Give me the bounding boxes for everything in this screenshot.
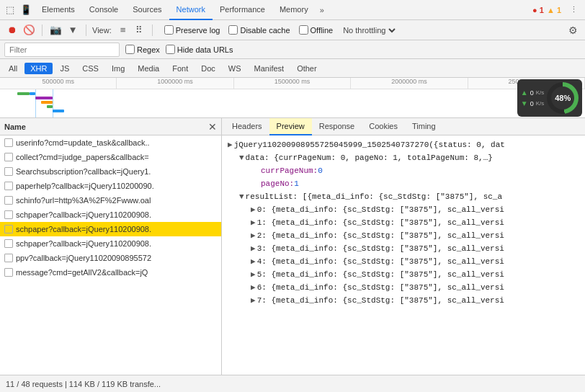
request-checkbox[interactable] (4, 138, 13, 147)
regex-checkbox[interactable] (125, 45, 135, 54)
filter-input[interactable] (4, 43, 120, 57)
json-expand-icon[interactable]: ▶ (251, 216, 256, 229)
tab-network[interactable]: Network (169, 0, 213, 20)
json-expand-icon[interactable]: ▶ (251, 242, 256, 255)
request-list-header: Name ✕ (0, 118, 221, 135)
list-view-button[interactable]: ≡ (116, 23, 130, 37)
request-checkbox[interactable] (4, 239, 13, 248)
right-tab-timing[interactable]: Timing (405, 118, 443, 135)
tab-performance[interactable]: Performance (213, 0, 272, 20)
more-options-button[interactable]: ⋮ (566, 5, 582, 14)
offline-checkbox-group[interactable]: Offline (299, 25, 334, 35)
request-checkbox[interactable] (4, 182, 13, 190)
request-checkbox[interactable] (4, 254, 13, 262)
separator-1 (42, 24, 43, 36)
json-line: ▶ 5: {meta_di_info: {sc_StdStg: ["3875"]… (228, 268, 579, 281)
settings-button[interactable]: ⚙ (566, 24, 581, 36)
request-checkbox[interactable] (4, 196, 13, 205)
request-item[interactable]: schinfo?url=http%3A%2F%2Fwww.oal (0, 193, 221, 208)
json-expand-icon[interactable]: ▶ (251, 255, 256, 268)
json-expand-icon[interactable]: ▶ (251, 294, 256, 307)
json-text: 4: {meta_di_info: {sc_StdStg: ["3875"], … (257, 255, 504, 268)
json-key: pageNo: (261, 177, 294, 190)
type-btn-doc[interactable]: Doc (195, 63, 221, 74)
request-item[interactable]: Searchsubscription?callback=jQuery1. (0, 164, 221, 179)
json-expand-icon[interactable]: ▶ (251, 229, 256, 242)
disable-cache-checkbox-group[interactable]: Disable cache (228, 25, 290, 35)
type-btn-xhr[interactable]: XHR (24, 63, 53, 74)
tab-memory[interactable]: Memory (272, 0, 316, 20)
network-gauge: ▲ 0 K/s ▼ 0 K/s 48% (517, 79, 582, 117)
regex-checkbox-group[interactable]: Regex (125, 45, 160, 54)
record-button[interactable]: ⏺ (4, 23, 19, 37)
type-btn-ws[interactable]: WS (223, 63, 247, 74)
type-btn-font[interactable]: Font (166, 63, 194, 74)
type-btn-all[interactable]: All (3, 63, 23, 74)
json-expand-icon[interactable]: ▶ (228, 138, 233, 151)
disable-cache-checkbox[interactable] (228, 25, 238, 35)
toolbar-end: ⚙ (566, 24, 581, 36)
json-key: currPageNum: (261, 164, 318, 177)
request-checkbox[interactable] (4, 167, 13, 176)
request-checkbox[interactable] (4, 153, 13, 161)
clear-button[interactable]: 🚫 (22, 23, 36, 37)
request-item[interactable]: message?cmd=getAllV2&callback=jQ (0, 265, 221, 280)
type-btn-js[interactable]: JS (54, 63, 75, 74)
request-item[interactable]: collect?cmd=judge_papers&callback= (0, 150, 221, 164)
right-tab-headers[interactable]: Headers (225, 118, 269, 135)
request-item[interactable]: userinfo?cmd=update_task&callback.. (0, 135, 221, 150)
type-btn-img[interactable]: Img (106, 63, 130, 74)
type-btn-other[interactable]: Other (291, 63, 323, 74)
json-line: ▼ data: {currPageNum: 0, pageNo: 1, tota… (228, 151, 579, 164)
json-expand-icon[interactable]: ▶ (251, 281, 256, 294)
right-tab-response[interactable]: Response (312, 118, 362, 135)
offline-label: Offline (311, 26, 334, 35)
preserve-log-checkbox-group[interactable]: Preserve log (164, 25, 220, 35)
request-item[interactable]: schpaper?callback=jQuery110200908. (0, 208, 221, 222)
request-item[interactable]: ppv?callback=jQuery11020090895572 (0, 251, 221, 265)
separator-2 (86, 24, 86, 36)
request-item[interactable]: schpaper?callback=jQuery110200908. (0, 236, 221, 251)
json-expand-icon[interactable]: ▼ (239, 151, 244, 164)
json-text: resultList: [{meta_di_info: {sc_StdStg: … (246, 190, 502, 203)
request-item[interactable]: paperhelp?callback=jQuery110200090. (0, 179, 221, 193)
tab-console[interactable]: Console (82, 0, 125, 20)
ruler-mark-3: 2000000 ms (351, 78, 468, 89)
inspect-icon[interactable]: ⬚ (6, 4, 14, 15)
right-tab-preview[interactable]: Preview (269, 118, 312, 135)
json-expand-icon[interactable]: ▶ (251, 268, 256, 281)
gauge-circle: 48% (547, 82, 579, 114)
scatter-view-button[interactable]: ⠿ (132, 23, 146, 37)
request-name: schpaper?callback=jQuery110200908. (16, 225, 151, 233)
device-icon[interactable]: 📱 (20, 4, 32, 15)
throttle-select[interactable]: No throttling (340, 25, 398, 35)
preserve-log-checkbox[interactable] (164, 25, 174, 35)
right-tab-cookies[interactable]: Cookies (362, 118, 405, 135)
type-btn-manifest[interactable]: Manifest (249, 63, 290, 74)
request-checkbox[interactable] (4, 225, 13, 233)
filter-button[interactable]: ▼ (66, 23, 80, 37)
close-panel-button[interactable]: ✕ (208, 121, 217, 133)
view-label: View: (92, 26, 112, 35)
json-text: jQuery110200908955725045999_150254073727… (234, 138, 505, 151)
request-checkbox[interactable] (4, 268, 13, 277)
json-text: 2: {meta_di_info: {sc_StdStg: ["3875"], … (257, 229, 504, 242)
hide-data-urls-checkbox-group[interactable]: Hide data URLs (166, 45, 233, 54)
warn-count: ▲ 1 (547, 6, 561, 14)
more-tabs-button[interactable]: » (316, 6, 329, 14)
offline-checkbox[interactable] (299, 25, 308, 35)
type-btn-css[interactable]: CSS (76, 63, 104, 74)
camera-button[interactable]: 📷 (48, 23, 63, 37)
request-list-panel: Name ✕ userinfo?cmd=update_task&callback… (0, 118, 222, 375)
type-btn-media[interactable]: Media (132, 63, 165, 74)
json-expand-icon[interactable]: ▶ (251, 203, 256, 216)
tab-elements[interactable]: Elements (35, 0, 82, 20)
json-expand-icon[interactable]: ▼ (239, 190, 244, 203)
hide-data-urls-label: Hide data URLs (177, 45, 233, 54)
request-checkbox[interactable] (4, 210, 13, 219)
timeline-area: 500000 ms1000000 ms1500000 ms2000000 ms2… (0, 78, 585, 118)
json-line: ▶ 1: {meta_di_info: {sc_StdStg: ["3875"]… (228, 216, 579, 229)
tab-sources[interactable]: Sources (125, 0, 169, 20)
request-item[interactable]: schpaper?callback=jQuery110200908. (0, 222, 221, 236)
hide-data-urls-checkbox[interactable] (166, 45, 175, 54)
